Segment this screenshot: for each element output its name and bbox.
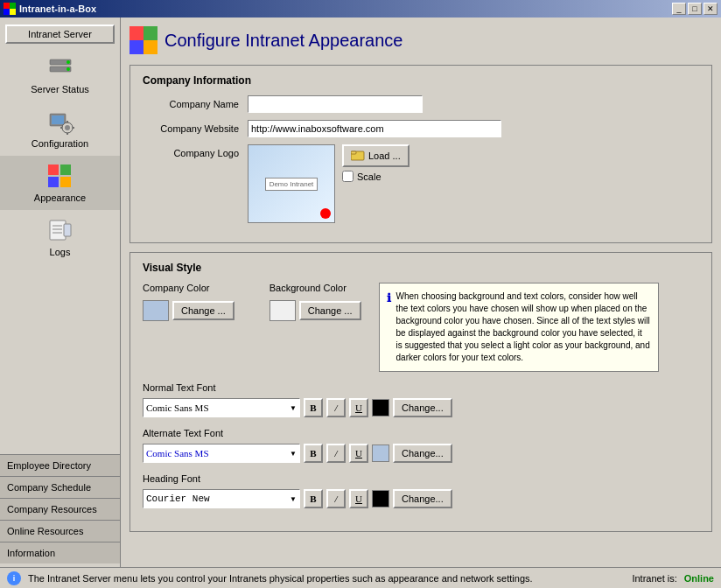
normal-font-row: Comic Sans MS Arial Times New Roman Cour… xyxy=(143,398,699,417)
visual-style-title: Visual Style xyxy=(143,262,699,274)
svg-rect-16 xyxy=(48,164,59,175)
normal-font-select[interactable]: Comic Sans MS Arial Times New Roman Cour… xyxy=(143,398,300,417)
heading-font-select[interactable]: Courier New Arial Comic Sans MS Times Ne… xyxy=(143,489,300,508)
company-color-label: Company Color xyxy=(143,283,234,293)
svg-rect-25 xyxy=(130,26,144,40)
company-logo-label: Company Logo xyxy=(143,144,248,158)
server-status-icon xyxy=(46,54,74,82)
configuration-icon xyxy=(46,108,74,136)
red-dot-indicator xyxy=(320,208,331,219)
maximize-button[interactable]: □ xyxy=(688,3,702,15)
heading-font-bold-button[interactable]: B xyxy=(304,489,323,508)
heading-font-underline-button[interactable]: U xyxy=(349,489,368,508)
svg-rect-18 xyxy=(48,177,59,187)
company-name-label: Company Name xyxy=(143,99,248,109)
normal-font-italic-button[interactable]: / xyxy=(326,398,346,417)
company-name-input[interactable] xyxy=(248,95,423,113)
company-website-label: Company Website xyxy=(143,123,248,134)
svg-rect-30 xyxy=(351,151,356,154)
background-color-label: Background Color xyxy=(270,283,361,293)
logs-label: Logs xyxy=(50,247,71,257)
company-color-swatch-row: Change ... xyxy=(143,300,234,321)
alternate-font-change-button[interactable]: Change... xyxy=(393,444,452,463)
sidebar-item-employee-directory[interactable]: Employee Directory xyxy=(0,454,120,476)
info-box: ℹ When choosing background and text colo… xyxy=(379,283,659,372)
minimize-button[interactable]: _ xyxy=(672,3,686,15)
heading-font-color-swatch xyxy=(372,490,389,508)
alternate-font-select[interactable]: Comic Sans MS Arial Times New Roman Cour… xyxy=(143,444,300,463)
folder-icon xyxy=(351,149,365,163)
normal-font-bold-button[interactable]: B xyxy=(304,398,323,417)
svg-rect-0 xyxy=(4,3,10,9)
svg-rect-19 xyxy=(60,177,71,187)
svg-rect-3 xyxy=(10,9,16,15)
page-title: Configure Intranet Appearance xyxy=(164,31,402,51)
appearance-label: Appearance xyxy=(34,192,86,203)
heading-font-change-button[interactable]: Change... xyxy=(393,489,452,508)
svg-rect-17 xyxy=(60,164,71,175)
intranet-online-status: Online xyxy=(684,573,714,584)
heading-font-italic-button[interactable]: / xyxy=(326,489,346,508)
svg-rect-27 xyxy=(130,40,144,54)
svg-rect-21 xyxy=(64,224,71,236)
alternate-font-color-swatch xyxy=(372,444,389,462)
status-icon: i xyxy=(7,571,21,585)
normal-font-label: Normal Text Font xyxy=(143,382,699,393)
svg-rect-28 xyxy=(144,40,158,54)
sidebar-item-appearance[interactable]: Appearance xyxy=(0,156,120,210)
background-color-swatch xyxy=(270,300,296,321)
sidebar-item-server-status[interactable]: Server Status xyxy=(0,47,120,102)
alternate-font-label: Alternate Text Font xyxy=(143,428,699,438)
svg-rect-9 xyxy=(52,116,64,124)
alternate-font-underline-button[interactable]: U xyxy=(349,444,368,463)
appearance-icon xyxy=(46,163,74,191)
normal-font-underline-button[interactable]: U xyxy=(349,398,368,417)
svg-point-11 xyxy=(65,125,70,130)
load-logo-button[interactable]: Load ... xyxy=(342,144,410,167)
heading-font-row: Courier New Arial Comic Sans MS Times Ne… xyxy=(143,489,699,508)
background-color-swatch-row: Change ... xyxy=(270,300,361,321)
logo-controls: Load ... Scale xyxy=(342,144,410,182)
close-button[interactable]: ✕ xyxy=(704,3,718,15)
scale-label: Scale xyxy=(357,172,382,182)
normal-font-change-button[interactable]: Change... xyxy=(393,398,452,417)
scale-row: Scale xyxy=(342,171,410,182)
info-icon: ℹ xyxy=(387,290,391,364)
app-icon xyxy=(4,3,16,15)
status-bar: i The Intranet Server menu lets you cont… xyxy=(0,567,721,588)
svg-rect-1 xyxy=(10,3,16,9)
sidebar-item-logs[interactable]: Logs xyxy=(0,210,120,264)
company-website-input[interactable] xyxy=(248,120,501,137)
page-header-icon xyxy=(130,26,158,54)
alternate-font-row: Comic Sans MS Arial Times New Roman Cour… xyxy=(143,444,699,463)
info-text: When choosing background and text colors… xyxy=(396,290,651,364)
sidebar-item-company-schedule[interactable]: Company Schedule xyxy=(0,476,120,498)
intranet-server-button[interactable]: Intranet Server xyxy=(5,24,115,44)
colors-col: Company Color Change ... Background Colo… xyxy=(143,283,361,321)
color-and-info-row: Company Color Change ... Background Colo… xyxy=(143,283,699,372)
title-bar-buttons: _ □ ✕ xyxy=(672,3,718,15)
sidebar-item-online-resources[interactable]: Online Resources xyxy=(0,520,120,542)
visual-style-section: Visual Style Company Color Change ... Ba… xyxy=(130,252,712,532)
background-color-change-button[interactable]: Change ... xyxy=(299,301,361,320)
svg-point-6 xyxy=(66,60,70,64)
logs-icon xyxy=(46,217,74,245)
page-header: Configure Intranet Appearance xyxy=(130,26,712,54)
company-logo-row: Company Logo Demo Intranet xyxy=(143,144,699,223)
company-name-row: Company Name xyxy=(143,95,699,113)
sidebar-item-configuration[interactable]: Configuration xyxy=(0,102,120,156)
sidebar-item-company-resources[interactable]: Company Resources xyxy=(0,498,120,520)
svg-rect-2 xyxy=(4,9,10,15)
company-color-change-button[interactable]: Change ... xyxy=(172,301,234,320)
status-text: The Intranet Server menu lets you contro… xyxy=(28,573,625,584)
sidebar-item-information[interactable]: Information xyxy=(0,542,120,564)
scale-checkbox[interactable] xyxy=(342,171,354,182)
heading-font-label: Heading Font xyxy=(143,473,699,484)
alternate-font-bold-button[interactable]: B xyxy=(304,444,323,463)
svg-rect-20 xyxy=(50,220,66,240)
alternate-font-italic-button[interactable]: / xyxy=(326,444,346,463)
company-info-section: Company Information Company Name Company… xyxy=(130,65,712,243)
intranet-status-prefix: Intranet is: xyxy=(632,573,676,584)
background-color-group: Background Color Change ... xyxy=(270,283,361,321)
company-color-swatch xyxy=(143,300,169,321)
